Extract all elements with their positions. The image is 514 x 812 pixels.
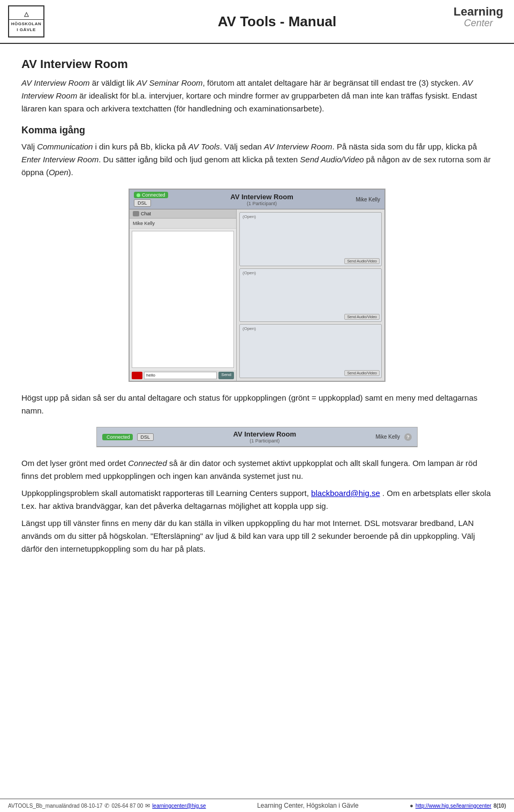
send-av-btn-1[interactable]: Send Audio/Video <box>344 258 380 264</box>
chat-input-row: hello Send <box>130 370 236 381</box>
video-slot-3: (Open) Send Audio/Video <box>239 324 382 378</box>
connected-badge: Connected <box>134 192 168 198</box>
para-3: Uppkopplingsproblem skall automatiskt ra… <box>21 487 493 513</box>
logo-top-text: △ <box>9 10 43 20</box>
send-av-btn-3[interactable]: Send Audio/Video <box>344 370 380 376</box>
main-content: AV Interview Room AV Interview Room är v… <box>0 44 514 603</box>
av-room-sub-large: (1 Participant) <box>168 201 356 206</box>
para-4: Längst upp till vänster finns en meny dä… <box>21 517 493 555</box>
chat-label: Chat <box>141 211 151 216</box>
av-mock-video-slots: (Open) Send Audio/Video (Open) Send Audi… <box>237 209 384 381</box>
header-title-area: AV Tools - Manual <box>51 13 503 30</box>
footer-left: AVTOOLS_Bb_manualändrad 08-10-17 ✆ 026-6… <box>8 802 206 809</box>
av-narrow-room-title: AV Interview Room <box>158 430 371 438</box>
screenshot-narrow: Connected DSL AV Interview Room (1 Parti… <box>96 427 418 447</box>
av-mock-user-large: Mike Kelly <box>356 197 380 202</box>
page-header: △ HÖGSKOLAN I GÄVLE AV Tools - Manual Le… <box>0 0 514 44</box>
slot-label-3: (Open) <box>243 326 256 331</box>
slot-label-1: (Open) <box>243 214 256 219</box>
phone-icon: ✆ <box>104 802 109 809</box>
para-2: Om det lyser grönt med ordet Connected s… <box>21 457 493 483</box>
dsl-dropdown[interactable]: DSL <box>134 199 151 207</box>
footer-right: ● http://www.hig.se/learningcenter 8(10) <box>410 802 506 809</box>
page-number: 8(10) <box>494 803 506 809</box>
chat-header: Chat <box>130 209 236 219</box>
av-mock-header-large: Connected DSL AV Interview Room (1 Parti… <box>130 190 384 209</box>
footer-phone: 026-64 87 00 <box>111 803 143 809</box>
lc-top: Learning <box>453 5 503 18</box>
footer-email[interactable]: learningcenter@hig.se <box>152 803 206 809</box>
connected-badge-2: Connected <box>102 434 133 440</box>
caption-1: Högst upp på sidan så ser du antal delta… <box>21 392 493 417</box>
logo-name-top: HÖGSKOLAN <box>11 21 42 27</box>
chat-message-input[interactable]: hello <box>144 372 217 379</box>
conn-dot <box>137 193 140 197</box>
page-footer: AVTOOLS_Bb_manualändrad 08-10-17 ✆ 026-6… <box>0 799 514 812</box>
av-interview-room-mock-large: Connected DSL AV Interview Room (1 Parti… <box>129 189 385 381</box>
slot-label-2: (Open) <box>243 270 256 275</box>
section-title: AV Interview Room <box>21 57 493 71</box>
learning-center-logo: Learning Center <box>453 5 503 29</box>
help-icon[interactable]: ? <box>404 433 412 441</box>
page-title: AV Tools - Manual <box>218 13 336 29</box>
send-chat-btn[interactable]: Send <box>218 372 234 379</box>
video-slot-2: (Open) Send Audio/Video <box>239 268 382 322</box>
footer-filename: AVTOOLS_Bb_manualändrad 08-10-17 <box>8 803 102 809</box>
chat-area <box>132 231 234 368</box>
chat-user-name: Mike Kelly <box>130 219 236 229</box>
komma-igang-text: Välj Communication i din kurs på Bb, kli… <box>21 140 493 179</box>
lc-bottom: Center <box>453 18 503 29</box>
av-narrow-title: AV Interview Room (1 Participant) <box>158 430 371 443</box>
footer-center: Learning Center, Högskolan i Gävle <box>206 802 410 809</box>
logo-name-bottom: I GÄVLE <box>17 27 36 33</box>
dsl-dropdown-2[interactable]: DSL <box>137 433 154 441</box>
email-icon: ✉ <box>145 802 150 809</box>
mic-btn[interactable] <box>132 372 142 379</box>
video-slot-1: (Open) Send Audio/Video <box>239 212 382 266</box>
globe-icon: ● <box>410 802 413 809</box>
subsection-heading-1: Komma igång <box>21 125 493 136</box>
footer-url[interactable]: http://www.hig.se/learningcenter <box>415 803 492 809</box>
email-link[interactable]: blackboard@hig.se <box>311 488 380 498</box>
intro-paragraph: AV Interview Room är väldigt lik AV Semi… <box>21 77 493 115</box>
av-mock-chat-panel: Chat Mike Kelly hello Send <box>130 209 237 381</box>
av-narrow-room-sub: (1 Participant) <box>158 438 371 443</box>
av-narrow-user: Mike Kelly <box>375 434 400 440</box>
av-mock-body-large: Chat Mike Kelly hello Send (Open) Send A… <box>130 209 384 381</box>
av-narrow-header: Connected DSL AV Interview Room (1 Parti… <box>97 427 417 447</box>
chat-icon <box>133 211 139 216</box>
school-logo: △ HÖGSKOLAN I GÄVLE <box>8 5 44 37</box>
av-room-title-large: AV Interview Room <box>168 193 356 201</box>
send-av-btn-2[interactable]: Send Audio/Video <box>344 314 380 320</box>
screenshot-large: Connected DSL AV Interview Room (1 Parti… <box>128 189 386 382</box>
logo-area: △ HÖGSKOLAN I GÄVLE <box>8 5 51 37</box>
